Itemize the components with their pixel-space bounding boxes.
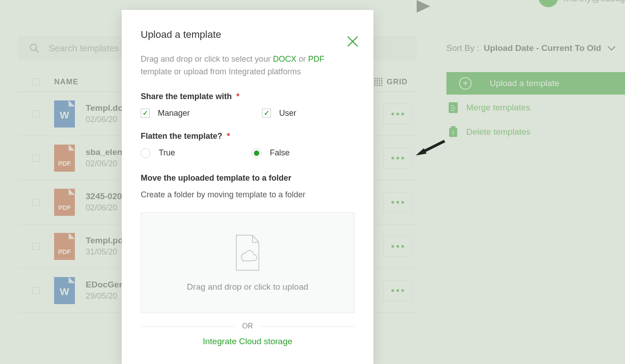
modal-title: Upload a template [141,29,354,41]
checkbox-manager[interactable] [141,109,150,118]
folder-label: Move the uploaded template to a folder [141,173,354,183]
close-icon[interactable] [346,35,359,48]
flatten-label: Flatten the template?* [141,132,354,141]
share-label: Share the template with* [141,92,354,101]
upload-template-modal: Upload a template Drag and drop or click… [122,10,373,364]
checkbox-user[interactable] [262,109,271,118]
docx-link[interactable]: DOCX [273,55,296,64]
or-divider: OR [141,322,354,330]
radio-flatten-false[interactable] [252,148,262,158]
file-cloud-icon [232,233,263,273]
folder-note: Create a folder by moving template to a … [141,190,354,200]
svg-marker-10 [416,148,427,155]
modal-subtitle: Drag and drop or click to select your DO… [141,53,354,78]
integrate-cloud-link[interactable]: Integrate Cloud storage [141,337,354,346]
radio-flatten-true[interactable] [141,148,151,158]
annotation-arrow-icon [415,139,446,155]
dropzone-text: Drag and drop or click to upload [187,282,308,292]
upload-dropzone[interactable]: Drag and drop or click to upload [141,212,354,313]
pdf-link[interactable]: PDF [308,55,324,64]
